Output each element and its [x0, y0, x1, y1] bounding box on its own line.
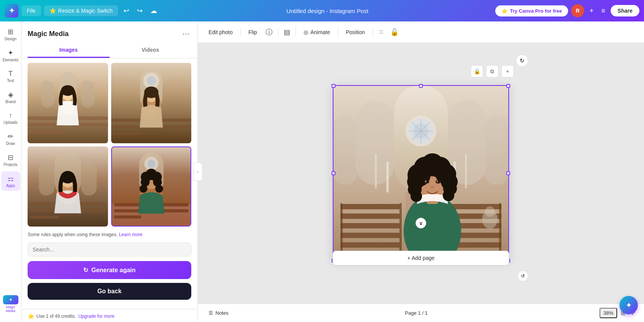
canvas-viewport[interactable]: 🔒 ⧉ + ↻	[198, 43, 644, 304]
panel-title: Magic Media	[28, 30, 69, 38]
svg-rect-78	[340, 204, 400, 209]
svg-rect-30	[30, 202, 59, 205]
undo-button[interactable]: ↩	[121, 4, 131, 17]
redo-button[interactable]: ↪	[135, 4, 145, 17]
go-back-button[interactable]: Go back	[28, 283, 191, 300]
tab-videos[interactable]: Videos	[110, 43, 192, 58]
ai-assistant-button[interactable]: ✦	[619, 296, 638, 314]
svg-rect-80	[340, 223, 400, 228]
sidebar-item-apps[interactable]: ⚏ Apps	[1, 171, 20, 191]
notes-icon: ☰	[209, 310, 213, 316]
add-page-button[interactable]: + Add page	[333, 251, 509, 265]
svg-rect-32	[30, 215, 59, 219]
credits-bar: ⭐ Use 1 of 49 credits. Upgrade for more	[21, 309, 197, 322]
svg-rect-62	[333, 116, 358, 185]
text-icon: T	[8, 70, 13, 78]
panel-menu-button[interactable]: ⋯	[181, 28, 191, 40]
svg-point-117	[485, 206, 495, 217]
sidebar-item-draw[interactable]: ✏ Draw	[1, 129, 20, 149]
lock-button[interactable]: 🔓	[388, 26, 401, 39]
svg-point-107	[411, 191, 422, 202]
bottom-bar-left: ☰ Notes	[204, 308, 233, 318]
projects-icon: ⊟	[8, 153, 13, 162]
file-menu-button[interactable]: File	[21, 5, 41, 16]
grid-overlay-button[interactable]: ⁙	[376, 26, 386, 39]
svg-rect-45	[114, 215, 141, 219]
user-avatar-button[interactable]: R	[571, 4, 584, 17]
page-indicator: Page 1 / 1	[405, 310, 427, 316]
zoom-level-button[interactable]: 38%	[600, 308, 617, 318]
animate-button[interactable]: ◎ Animate	[299, 27, 335, 38]
svg-point-115	[430, 186, 434, 189]
try-pro-button[interactable]: ⭐ Try Canva Pro for free	[495, 5, 568, 16]
sidebar-item-text[interactable]: T Text	[1, 67, 20, 86]
stats-button[interactable]: ≡	[599, 5, 608, 17]
svg-rect-63	[484, 116, 509, 185]
flip-button[interactable]: Flip	[244, 27, 262, 38]
resize-magic-switch-button[interactable]: ⭐ Resize & Magic Switch	[44, 5, 118, 16]
svg-point-15	[147, 76, 156, 85]
position-button[interactable]: Position	[341, 27, 370, 38]
main-layout: ⊞ Design ✦ Elements T Text ◈ Brand ↑ Upl…	[0, 21, 644, 322]
svg-rect-17	[111, 125, 142, 128]
sidebar-item-magic-media[interactable]: ✦ Magic Media	[1, 292, 20, 316]
canvas-add-button[interactable]: +	[501, 65, 514, 77]
upgrade-link[interactable]: Upgrade for more	[78, 314, 114, 319]
generate-again-button[interactable]: ↻ Generate again	[28, 261, 191, 279]
panel-header: Magic Media ⋯	[21, 21, 197, 43]
sidebar-item-uploads[interactable]: ↑ Uploads	[1, 108, 20, 128]
svg-point-113	[425, 181, 427, 182]
rotate-br-button[interactable]: ↺	[518, 271, 528, 281]
panel-wrapper: Magic Media ⋯ Images Videos	[21, 21, 198, 322]
tab-images[interactable]: Images	[28, 43, 110, 58]
design-canvas[interactable]	[333, 85, 509, 261]
toolbar-divider-4	[338, 28, 338, 37]
flip-info-button[interactable]: ⓘ	[263, 25, 275, 39]
svg-rect-19	[160, 118, 191, 122]
credits-icon: ⭐	[28, 313, 34, 319]
svg-rect-33	[77, 202, 106, 205]
sidebar-item-brand[interactable]: ◈ Brand	[1, 87, 20, 107]
show-pages-button[interactable]: ∨	[416, 218, 426, 228]
svg-point-114	[437, 181, 438, 182]
hide-panel-button[interactable]: ‹	[193, 163, 202, 181]
search-bar-container	[28, 243, 191, 256]
add-collaborator-button[interactable]: +	[587, 5, 596, 17]
svg-rect-27	[81, 162, 97, 195]
design-title: Untitled design - Instagram Post	[163, 8, 492, 14]
layout-button[interactable]: ▤	[281, 26, 292, 39]
notes-button[interactable]: ☰ Notes	[204, 308, 233, 318]
share-button[interactable]: Share	[611, 5, 639, 16]
sidebar: ⊞ Design ✦ Elements T Text ◈ Brand ↑ Upl…	[0, 21, 21, 322]
logo-symbol: ✦	[9, 7, 15, 15]
toolbar-divider-3	[296, 28, 296, 37]
app-logo[interactable]: ✦	[5, 4, 18, 18]
canvas-copy-button[interactable]: ⧉	[486, 65, 498, 77]
svg-point-108	[443, 190, 454, 201]
svg-rect-79	[340, 214, 400, 219]
bottom-bar: ☰ Notes Page 1 / 1 38% ⊞ ⤢	[198, 304, 644, 322]
sidebar-item-projects[interactable]: ⊟ Projects	[1, 150, 20, 170]
svg-rect-6	[28, 130, 63, 133]
sidebar-item-design[interactable]: ⊞ Design	[1, 25, 20, 44]
image-thumb-1[interactable]: ···	[28, 63, 108, 143]
svg-rect-47	[161, 209, 189, 212]
image-thumb-3[interactable]: ···	[28, 146, 108, 227]
svg-rect-43	[114, 203, 141, 206]
svg-rect-71	[386, 162, 389, 192]
sidebar-item-elements[interactable]: ✦ Elements	[1, 46, 20, 65]
magic-media-panel: Magic Media ⋯ Images Videos	[21, 21, 198, 322]
canvas-lock-button[interactable]: 🔒	[471, 65, 483, 77]
learn-more-link[interactable]: Learn more	[119, 232, 142, 237]
search-input[interactable]	[28, 243, 191, 256]
cloud-save-button[interactable]: ☁	[148, 4, 159, 17]
image-thumb-2[interactable]: ···	[111, 63, 192, 143]
toolbar-divider-2	[278, 28, 278, 37]
edit-photo-button[interactable]: Edit photo	[204, 27, 237, 38]
svg-rect-26	[39, 162, 54, 195]
image-thumb-4[interactable]: ···	[111, 146, 192, 227]
panel-content: ···	[21, 58, 197, 309]
rotate-button[interactable]: ↻	[516, 54, 528, 67]
svg-rect-2	[41, 81, 54, 108]
canvas-toolbar: Edit photo Flip ⓘ ▤ ◎ Animate Position ⁙…	[198, 21, 644, 43]
